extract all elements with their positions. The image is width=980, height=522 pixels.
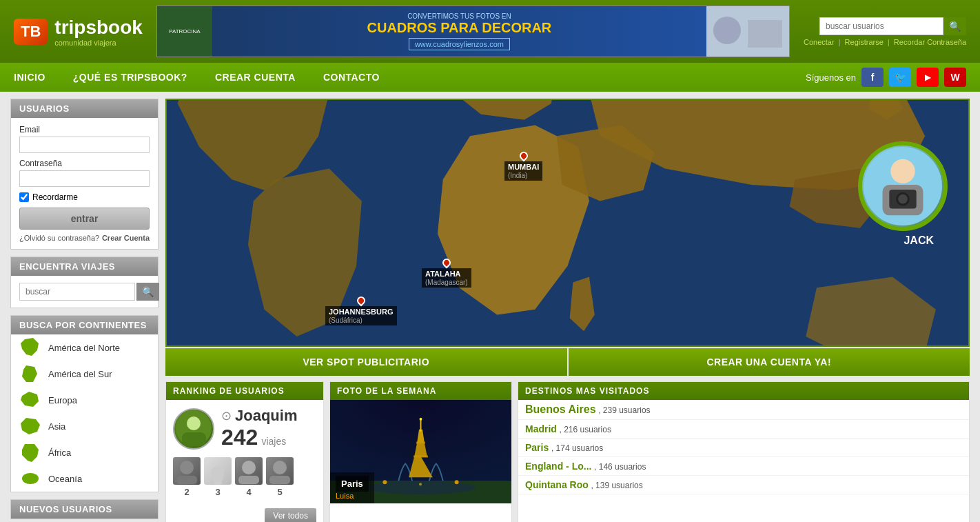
- svg-point-27: [382, 480, 387, 484]
- photo-container[interactable]: Paris Luisa: [330, 400, 511, 503]
- youtube-button[interactable]: ▶: [917, 68, 939, 87]
- nav-contacto[interactable]: CONTACTO: [323, 72, 380, 83]
- jack-avatar[interactable]: [858, 141, 948, 231]
- forgot-link[interactable]: ¿Olvidó su contraseña?: [19, 234, 99, 242]
- spot-button[interactable]: VER SPOT PUBLICITARIO: [165, 348, 567, 376]
- ranking-panel: RANKING DE USUARIOS ⊙: [165, 381, 324, 522]
- dest-count-3: , 146 usuarios: [594, 462, 646, 472]
- pin-mumbai[interactable]: MUMBAI (India): [504, 152, 542, 181]
- search-button[interactable]: 🔍: [943, 17, 966, 35]
- america-norte-label: América del Norte: [48, 343, 120, 353]
- banner-url: www.cuadrosylienzos.com: [409, 38, 510, 50]
- header-links: Conectar | Registrarse | Recordar Contra…: [804, 38, 966, 46]
- nuevos-title: NUEVOS USUARIOS: [11, 500, 158, 519]
- nav-crear-cuenta[interactable]: CREAR CUENTA: [215, 72, 296, 83]
- nav-que-es[interactable]: ¿QUÉ ES TRIPSBOOK?: [73, 72, 187, 83]
- cuenta-button[interactable]: CREAR UNA CUENTA YA!: [569, 348, 970, 376]
- encuentra-content: 🔍: [11, 276, 158, 308]
- america-norte-icon: [19, 338, 41, 357]
- email-label: Email: [19, 125, 150, 134]
- map-container[interactable]: MUMBAI (India) ATALAHA (Madagascar): [165, 99, 970, 347]
- rank-icon: ⊙: [221, 408, 232, 423]
- map-buttons: VER SPOT PUBLICITARIO CREAR UNA CUENTA Y…: [165, 348, 970, 376]
- dest-count-4: , 139 usuarios: [591, 481, 642, 490]
- rank-2[interactable]: 2: [173, 457, 201, 497]
- asia-icon: [19, 416, 41, 436]
- pin-johannesburg[interactable]: JOHANNESBURG (Sudáfrica): [325, 297, 397, 325]
- email-field[interactable]: [19, 137, 150, 153]
- ranking-top: ⊙ Joaquim 242 viajes: [173, 407, 316, 450]
- pin-label-atalaha: ATALAHA (Madagascar): [422, 268, 471, 288]
- continent-asia[interactable]: Asia: [11, 413, 158, 439]
- email-group: Email: [19, 125, 150, 153]
- america-sur-label: América del Sur: [48, 369, 112, 379]
- rank-5-avatar: [266, 457, 294, 485]
- nav-inicio[interactable]: INICIO: [14, 72, 45, 83]
- oceania-label: Oceanía: [48, 474, 82, 484]
- usuarios-title: USUARIOS: [11, 99, 158, 118]
- dest-item-3[interactable]: England - Lo... , 146 usuarios: [518, 457, 969, 476]
- logo-area: TB tripsbook comunidad viajera: [14, 17, 143, 47]
- banner-main-text: CUADROS PARA DECORAR: [367, 20, 552, 36]
- ranking-content: ⊙ Joaquim 242 viajes: [166, 400, 323, 510]
- pin-atalaha[interactable]: ATALAHA (Madagascar): [422, 259, 471, 288]
- rank-count: 242: [221, 425, 258, 450]
- dest-item-1[interactable]: Madrid , 216 usuarios: [518, 420, 969, 439]
- bottom-panels: RANKING DE USUARIOS ⊙: [165, 381, 970, 522]
- top-user-avatar[interactable]: [173, 408, 214, 450]
- conectar-link[interactable]: Conectar: [804, 38, 835, 46]
- dest-city-0: Buenos Aires: [525, 403, 596, 415]
- twitter-button[interactable]: 🐦: [889, 68, 911, 87]
- rank-viajes: viajes: [261, 436, 286, 447]
- pin-label-mumbai: MUMBAI (India): [504, 161, 542, 181]
- foto-title: FOTO DE LA SEMANA: [330, 382, 511, 400]
- dest-title: DESTINOS MAS VISITADOS: [518, 382, 969, 400]
- search-input[interactable]: [819, 17, 943, 35]
- nav: INICIO ¿QUÉ ES TRIPSBOOK? CREAR CUENTA C…: [0, 63, 980, 92]
- continentes-title: BUSCA POR CONTINENTES: [11, 316, 158, 334]
- entrar-button[interactable]: entrar: [19, 208, 150, 230]
- password-field[interactable]: [19, 170, 150, 187]
- rank-3[interactable]: 3: [204, 457, 232, 497]
- svg-rect-2: [748, 20, 782, 48]
- oceania-icon: [19, 469, 41, 488]
- recordar-link[interactable]: Recordar Contraseña: [894, 38, 966, 46]
- dest-panel: DESTINOS MAS VISITADOS Buenos Aires , 23…: [518, 381, 970, 522]
- continent-america-norte[interactable]: América del Norte: [11, 334, 158, 361]
- dest-city-4: Quintana Roo: [525, 479, 589, 490]
- dest-item-4[interactable]: Quintana Roo , 139 usuarios: [518, 476, 969, 494]
- rank-3-avatar: [204, 457, 232, 485]
- svg-point-26: [420, 418, 422, 421]
- banner-top-text: CONVERTIMOS TUS FOTOS EN: [407, 12, 511, 20]
- banner-area[interactable]: PATROCINA CONVERTIMOS TUS FOTOS EN CUADR…: [156, 6, 790, 57]
- svg-point-12: [187, 416, 201, 430]
- dest-item-0[interactable]: Buenos Aires , 239 usuarios: [518, 400, 969, 420]
- rank-5-num: 5: [277, 487, 282, 497]
- photo-user: Luisa: [336, 492, 369, 500]
- weibo-button[interactable]: W: [944, 68, 966, 87]
- continent-oceania[interactable]: Oceanía: [11, 465, 158, 492]
- foto-content: Paris Luisa: [330, 400, 511, 503]
- ver-todos-button[interactable]: Ver todos: [265, 508, 316, 522]
- continent-africa[interactable]: África: [11, 439, 158, 465]
- facebook-button[interactable]: f: [861, 68, 884, 87]
- dest-item-2[interactable]: Paris , 174 usuarios: [518, 439, 969, 457]
- trips-search-input[interactable]: [19, 283, 135, 301]
- ranking-title: RANKING DE USUARIOS: [166, 382, 323, 400]
- crear-cuenta-link[interactable]: Crear Cuenta: [102, 234, 150, 242]
- password-label: Contraseña: [19, 159, 150, 168]
- rank-5[interactable]: 5: [266, 457, 294, 497]
- pin-dot-mumbai: [518, 150, 529, 162]
- password-group: Contraseña: [19, 159, 150, 187]
- encuentra-section: ENCUENTRA VIAJES 🔍: [10, 257, 159, 308]
- trips-search-button[interactable]: 🔍: [136, 283, 159, 301]
- continent-europa[interactable]: Europa: [11, 387, 158, 413]
- rank-4[interactable]: 4: [235, 457, 263, 497]
- search-row: 🔍: [819, 17, 966, 35]
- top-user-name: Joaquim: [235, 407, 297, 425]
- continent-america-sur[interactable]: América del Sur: [11, 361, 158, 387]
- nuevos-section: NUEVOS USUARIOS: [10, 499, 159, 519]
- banner-inner: PATROCINA CONVERTIMOS TUS FOTOS EN CUADR…: [157, 6, 789, 57]
- registrarse-link[interactable]: Registrarse: [845, 38, 884, 46]
- remember-checkbox[interactable]: [19, 192, 29, 202]
